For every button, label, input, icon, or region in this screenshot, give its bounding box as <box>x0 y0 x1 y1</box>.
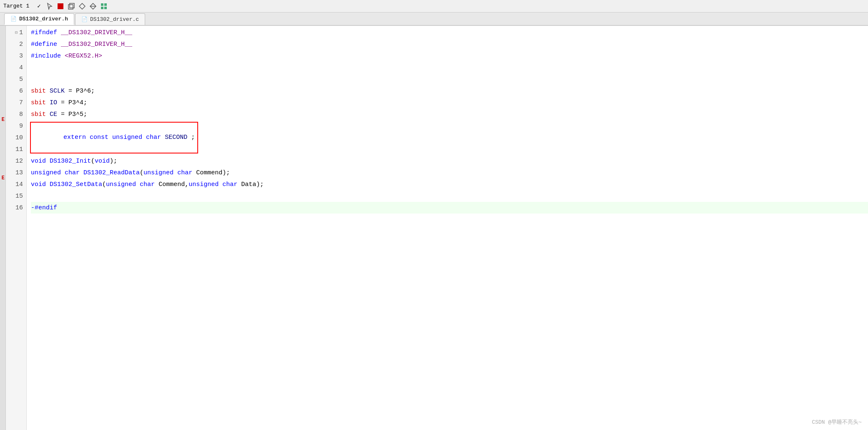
code-line-14: void DS1302_SetData(unsigned char Commen… <box>31 179 868 190</box>
toolbar-title: Target 1 <box>3 3 29 9</box>
line-num-16: 16 <box>6 202 23 214</box>
code-line-12: void DS1302_Init(void); <box>31 155 868 167</box>
arrow-right-icon[interactable] <box>88 2 98 11</box>
margin-marker-2: E <box>2 175 5 181</box>
code-token-char: char <box>146 134 161 141</box>
code-line-3: #include <REGX52.H> <box>31 50 868 62</box>
watermark: CSDN @早睡不亮头~ <box>812 418 862 426</box>
code-token: unsigned <box>106 181 136 188</box>
code-line-13: unsigned char DS1302_ReadData(unsigned c… <box>31 167 868 179</box>
code-token: DS1302_ReadData <box>83 169 140 176</box>
tab-label-h: DS1302_driver.h <box>19 16 68 22</box>
code-token: sbit <box>31 99 46 106</box>
line-num-11: 11 <box>6 143 23 155</box>
code-token: CE <box>50 111 57 118</box>
line-num-8: 8 <box>6 108 23 120</box>
code-token: char <box>140 181 155 188</box>
code-token: DS1302_Init <box>50 158 91 165</box>
line-num-15: 15 <box>6 190 23 202</box>
code-token: unsigned <box>31 169 61 176</box>
code-token: sbit <box>31 88 46 95</box>
cursor-icon[interactable] <box>45 2 54 11</box>
line-num-1: ⊟1 <box>6 27 23 38</box>
code-token: char <box>222 181 237 188</box>
line-num-9: 9 <box>6 120 23 132</box>
code-token: P3^6; <box>76 88 95 95</box>
svg-rect-6 <box>101 3 103 6</box>
line-num-13: 13 <box>6 167 23 179</box>
code-token: -#endif <box>31 204 57 211</box>
diamond-icon[interactable] <box>78 2 87 11</box>
line-num-7: 7 <box>6 97 23 108</box>
line-num-14: 14 <box>6 179 23 190</box>
code-line-15 <box>31 190 868 202</box>
code-token: sbit <box>31 111 46 118</box>
code-token: #include <box>31 53 61 60</box>
code-token: void <box>31 158 46 165</box>
toolbar: Target 1 ✓ <box>0 0 868 13</box>
code-token: P3^4; <box>68 99 87 106</box>
margin-marker-1: E <box>2 117 5 123</box>
file-icon-h: 📄 <box>10 16 17 22</box>
code-line-8: sbit CE = P3^5; <box>31 108 868 120</box>
copy-icon[interactable] <box>67 2 76 11</box>
line-num-10: 10 <box>6 132 23 143</box>
code-token: void <box>31 181 46 188</box>
line-num-2: 2 <box>6 38 23 50</box>
line-num-12: 12 <box>6 155 23 167</box>
code-line-10: extern const unsigned char SECOND ; <box>31 132 868 143</box>
code-token: P3^5; <box>68 111 87 118</box>
code-token-extern: extern <box>63 134 86 141</box>
code-token: char <box>177 169 192 176</box>
line-num-4: 4 <box>6 62 23 73</box>
code-token: __DS1302_DRIVER_H__ <box>61 29 132 36</box>
tab-ds1302-c[interactable]: 📄 DS1302_driver.c <box>75 13 145 25</box>
code-line-1: #ifndef __DS1302_DRIVER_H__ <box>31 27 868 38</box>
code-line-2: #define __DS1302_DRIVER_H__ <box>31 38 868 50</box>
code-line-7: sbit IO = P3^4; <box>31 97 868 108</box>
code-token: unsigned <box>189 181 219 188</box>
line-num-5: 5 <box>6 73 23 85</box>
tab-label-c: DS1302_driver.c <box>90 16 139 23</box>
code-area[interactable]: #ifndef __DS1302_DRIVER_H__ #define __DS… <box>27 26 868 430</box>
code-token: __DS1302_DRIVER_H__ <box>61 41 132 48</box>
file-icon-c: 📄 <box>81 16 88 23</box>
code-token: char <box>65 169 80 176</box>
code-token: #ifndef <box>31 29 57 36</box>
code-token: <REGX52.H> <box>65 53 102 60</box>
svg-rect-0 <box>58 3 63 9</box>
tab-ds1302-h[interactable]: 📄 DS1302_driver.h <box>4 13 74 25</box>
checkmark-icon[interactable]: ✓ <box>34 2 43 11</box>
code-token: #define <box>31 41 57 48</box>
code-token: DS1302_SetData <box>50 181 102 188</box>
code-token: void <box>95 158 110 165</box>
line-numbers: ⊟1 2 3 4 5 6 7 8 9 10 11 12 13 14 15 16 <box>6 26 27 430</box>
svg-marker-3 <box>79 3 85 9</box>
code-line-4 <box>31 62 868 73</box>
tab-bar: 📄 DS1302_driver.h 📄 DS1302_driver.c <box>0 13 868 26</box>
code-line-6: sbit SCLK = P3^6; <box>31 85 868 97</box>
line-num-3: 3 <box>6 50 23 62</box>
svg-rect-9 <box>104 7 107 9</box>
line-num-6: 6 <box>6 85 23 97</box>
grid-icon[interactable] <box>99 2 108 11</box>
red-square-icon[interactable] <box>56 2 65 11</box>
editor-container: E E ⊟1 2 3 4 5 6 7 8 9 10 11 12 13 14 15… <box>0 26 868 430</box>
code-token: IO <box>50 99 57 106</box>
code-line-16: -#endif <box>31 202 868 214</box>
code-token-second: SECOND <box>165 134 187 141</box>
left-margin: E E <box>0 26 6 430</box>
svg-rect-7 <box>104 3 107 6</box>
code-token-unsigned: unsigned <box>112 134 142 141</box>
code-token: unsigned <box>143 169 174 176</box>
svg-rect-8 <box>101 7 103 9</box>
svg-rect-2 <box>70 3 74 8</box>
code-token: SCLK <box>50 88 65 95</box>
code-line-5 <box>31 73 868 85</box>
code-token-const: const <box>90 134 108 141</box>
toolbar-icons: ✓ <box>34 2 108 11</box>
svg-rect-1 <box>68 5 73 9</box>
